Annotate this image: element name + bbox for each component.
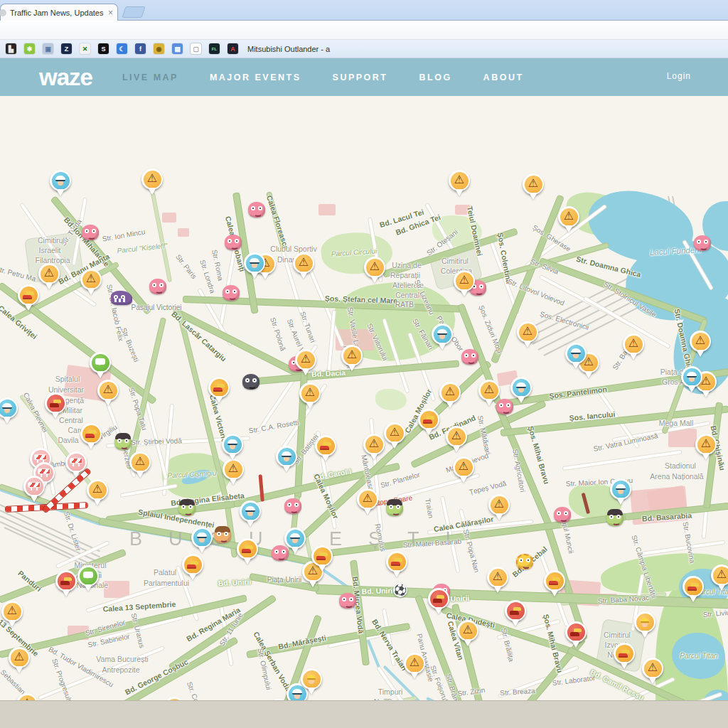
browser-tab[interactable]: Traffic Jam News, Updates f × bbox=[0, 4, 118, 21]
wazer-girl-pin[interactable] bbox=[386, 500, 403, 516]
warning-pin[interactable] bbox=[452, 270, 476, 299]
construction-pin[interactable] bbox=[299, 668, 323, 697]
wazer-pin[interactable] bbox=[225, 235, 242, 250]
warning-pin[interactable] bbox=[79, 269, 103, 298]
warning-pin[interactable] bbox=[298, 382, 322, 412]
warning-pin[interactable] bbox=[688, 331, 712, 360]
warning-pin[interactable] bbox=[340, 345, 364, 374]
heavy-traffic-pin[interactable] bbox=[503, 600, 528, 629]
traffic-jam-pin[interactable] bbox=[542, 570, 567, 599]
traffic-jam-pin[interactable] bbox=[235, 538, 259, 567]
waze-logo[interactable]: waze bbox=[39, 64, 92, 91]
heavy-traffic-pin[interactable] bbox=[54, 570, 78, 599]
wazer-girl-pin[interactable] bbox=[178, 500, 196, 516]
bookmark-doc-white-icon[interactable]: ▢ bbox=[191, 43, 201, 54]
live-map[interactable]: BUCUREȘTI Str. TurdaCimitirulIsraelitFil… bbox=[0, 96, 728, 700]
wazer-pin[interactable] bbox=[284, 498, 301, 514]
traffic-jam-pin[interactable] bbox=[612, 643, 636, 672]
bookmark-s-app-icon[interactable]: S bbox=[98, 43, 109, 54]
police-pin[interactable] bbox=[220, 434, 245, 463]
warning-pin[interactable] bbox=[0, 601, 24, 630]
wazer-pin[interactable] bbox=[149, 279, 166, 294]
traffic-jam-pin[interactable] bbox=[681, 576, 705, 605]
wazer-pin[interactable] bbox=[223, 285, 240, 301]
bookmark-fl-app-icon[interactable]: FL bbox=[209, 43, 220, 54]
wazer-pin[interactable] bbox=[461, 349, 478, 365]
police-pin[interactable] bbox=[238, 500, 262, 530]
road-closure-pin[interactable] bbox=[22, 476, 46, 505]
construction-pin[interactable] bbox=[162, 697, 186, 700]
warning-pin[interactable] bbox=[15, 693, 39, 700]
nav-item-live-map[interactable]: LIVE MAP bbox=[122, 73, 178, 82]
police-pin[interactable] bbox=[564, 343, 588, 372]
warning-pin[interactable] bbox=[402, 653, 427, 682]
nav-item-blog[interactable]: BLOG bbox=[419, 73, 452, 82]
traffic-jam-pin[interactable] bbox=[16, 284, 41, 314]
bookmark-facebook-icon[interactable]: f bbox=[135, 43, 146, 54]
traffic-jam-pin[interactable] bbox=[385, 551, 409, 580]
police-pin[interactable] bbox=[509, 377, 533, 406]
tab-close-icon[interactable]: × bbox=[108, 8, 113, 18]
construction-pin[interactable] bbox=[633, 611, 657, 641]
warning-pin[interactable] bbox=[641, 658, 665, 687]
police-pin[interactable] bbox=[48, 170, 73, 199]
wazer-pin[interactable] bbox=[339, 593, 356, 609]
traffic-monster-pin[interactable] bbox=[111, 291, 132, 305]
warning-pin[interactable] bbox=[7, 647, 31, 676]
warning-pin[interactable] bbox=[37, 263, 61, 292]
nav-item-support[interactable]: SUPPORT bbox=[333, 73, 388, 82]
traffic-jam-pin[interactable] bbox=[207, 377, 231, 406]
wazer-amber-pin[interactable] bbox=[214, 528, 231, 543]
police-pin[interactable] bbox=[430, 323, 454, 353]
warning-pin[interactable] bbox=[451, 456, 476, 486]
warning-pin[interactable] bbox=[96, 380, 120, 409]
warning-pin[interactable] bbox=[486, 567, 510, 596]
bookmark-xbox-icon[interactable]: ✕ bbox=[80, 43, 90, 54]
warning-pin[interactable] bbox=[477, 380, 501, 409]
warning-pin[interactable] bbox=[291, 252, 316, 282]
bookmark-green-leaf-icon[interactable]: ✱ bbox=[24, 43, 35, 54]
police-pin[interactable] bbox=[274, 446, 299, 475]
warning-pin[interactable] bbox=[456, 620, 480, 649]
bookmark-black-doc-icon[interactable]: ▙ bbox=[6, 43, 16, 54]
warning-pin[interactable] bbox=[444, 426, 469, 455]
police-pin[interactable] bbox=[609, 478, 633, 508]
bookmark-label[interactable]: Mitsubishi Outlander - a bbox=[247, 45, 330, 53]
wazer-pin[interactable] bbox=[248, 202, 265, 218]
new-tab-button[interactable] bbox=[122, 6, 145, 18]
nav-item-major-events[interactable]: MAJOR EVENTS bbox=[210, 73, 301, 82]
bookmark-gold-seal-icon[interactable]: ◉ bbox=[154, 43, 164, 54]
login-link[interactable]: Login bbox=[667, 71, 691, 81]
wazer-pin[interactable] bbox=[694, 235, 711, 251]
bookmark-moon-app-icon[interactable]: ☾ bbox=[117, 43, 127, 54]
warning-pin[interactable] bbox=[710, 564, 728, 594]
police-pin[interactable] bbox=[680, 366, 704, 395]
police-pin[interactable] bbox=[283, 528, 307, 557]
warning-pin[interactable] bbox=[85, 479, 109, 508]
traffic-jam-pin[interactable] bbox=[310, 545, 334, 574]
wazer-pin[interactable] bbox=[82, 225, 99, 240]
nav-item-about[interactable]: ABOUT bbox=[483, 73, 524, 82]
warning-pin[interactable] bbox=[694, 434, 718, 463]
warning-pin[interactable] bbox=[487, 494, 511, 523]
police-pin[interactable] bbox=[242, 252, 267, 282]
heavy-traffic-pin[interactable] bbox=[564, 621, 588, 651]
warning-pin[interactable] bbox=[382, 422, 407, 451]
warning-pin[interactable] bbox=[355, 488, 380, 518]
wazer-sun-pin[interactable] bbox=[516, 554, 533, 569]
heavy-traffic-pin[interactable] bbox=[427, 588, 451, 617]
soccer-ball-pin[interactable]: ⚽ bbox=[393, 583, 407, 597]
warning-pin[interactable] bbox=[515, 321, 540, 350]
wazer-girl-pin[interactable] bbox=[606, 510, 623, 526]
traffic-jam-pin[interactable] bbox=[417, 409, 441, 438]
warning-pin[interactable] bbox=[447, 170, 471, 199]
warning-pin[interactable] bbox=[128, 451, 152, 481]
chat-pin[interactable] bbox=[76, 565, 100, 594]
traffic-jam-pin[interactable] bbox=[314, 435, 338, 464]
bookmark-z-app-icon[interactable]: Z bbox=[61, 43, 72, 54]
warning-pin[interactable] bbox=[140, 168, 164, 198]
chat-pin[interactable] bbox=[88, 352, 112, 381]
wazer-ninja-pin[interactable] bbox=[242, 374, 259, 390]
wazer-pin[interactable] bbox=[554, 507, 571, 523]
traffic-jam-pin[interactable] bbox=[79, 423, 103, 452]
